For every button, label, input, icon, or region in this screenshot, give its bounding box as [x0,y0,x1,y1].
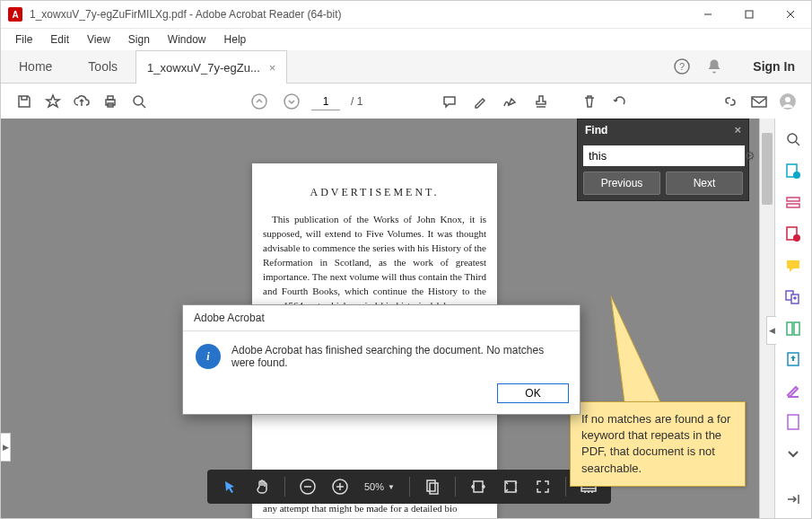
fit-visible-icon[interactable] [497,473,524,500]
floating-toolbar: 50%▼ [207,470,611,504]
svg-line-10 [142,104,145,108]
close-window-button[interactable] [770,1,811,28]
left-panel-toggle[interactable]: ▶ [1,433,11,462]
maximize-button[interactable] [729,1,770,28]
tabs-row: Home Tools 1_xowxuV_7y-egZu... × ? Sign … [1,50,811,84]
menu-help[interactable]: Help [215,31,256,48]
tab-close-icon[interactable]: × [269,61,276,75]
search-icon[interactable] [127,89,152,114]
menu-file[interactable]: File [6,31,41,48]
svg-text:+: + [795,172,799,179]
svg-rect-36 [787,198,799,201]
app-window: A 1_xowxuV_7y-egZuFirMILXg.pdf - Adobe A… [0,0,812,519]
svg-rect-44 [794,322,799,335]
find-title: Find [585,124,607,136]
svg-rect-47 [788,415,799,429]
main-toolbar: / 1 [1,84,811,120]
combine-icon[interactable] [783,289,803,306]
comment-icon[interactable] [437,89,462,114]
help-icon[interactable]: ? [674,58,690,75]
minimize-button[interactable] [687,1,729,28]
zoom-in-icon[interactable] [327,473,354,500]
info-icon: i [196,344,221,369]
menu-view[interactable]: View [78,31,119,48]
svg-rect-13 [752,97,766,107]
hand-tool-icon[interactable] [249,473,275,500]
compress-icon[interactable] [783,351,803,368]
cursor-tool-icon[interactable] [216,473,243,500]
trash-icon[interactable] [577,89,602,114]
more-tools-icon[interactable] [783,445,803,462]
callout-tail [598,296,669,413]
page-heading: ADVERTISEMENT. [263,185,486,200]
find-settings-icon[interactable]: ⚙ [745,149,755,163]
page-total: / 1 [351,95,362,108]
svg-rect-22 [427,480,435,491]
svg-rect-43 [787,322,792,335]
star-icon[interactable] [40,89,65,114]
profile-icon[interactable] [775,89,800,114]
dialog-ok-button[interactable]: OK [497,383,569,403]
svg-rect-7 [108,96,113,100]
svg-rect-37 [787,204,799,207]
find-next-button[interactable]: Next [666,172,743,195]
svg-text:+: + [795,235,799,242]
tab-tools[interactable]: Tools [70,50,135,83]
menu-sign[interactable]: Sign [119,31,159,48]
svg-rect-1 [746,11,753,18]
comment-tool-icon[interactable] [783,258,803,275]
scrollbar-thumb[interactable] [762,133,773,205]
fullscreen-icon[interactable] [529,473,556,500]
dialog-message: Adobe Acrobat has finished searching the… [231,344,567,369]
print-icon[interactable] [98,89,123,114]
svg-text:?: ? [679,61,685,72]
svg-point-31 [788,134,797,143]
tab-home[interactable]: Home [1,50,70,83]
find-input[interactable] [583,145,745,166]
find-panel: Find × ⚙ Previous Next [577,119,749,201]
page-number-input[interactable] [311,93,340,110]
titlebar: A 1_xowxuV_7y-egZuFirMILXg.pdf - Adobe A… [1,1,811,29]
svg-point-9 [134,96,143,105]
svg-line-32 [796,142,799,145]
search-complete-dialog: Adobe Acrobat i Adobe Acrobat has finish… [182,304,581,415]
export-pdf-icon[interactable]: + [783,163,803,180]
window-title: 1_xowxuV_7y-egZuFirMILXg.pdf - Adobe Acr… [30,8,687,21]
search-right-icon[interactable] [783,131,803,148]
svg-rect-24 [474,481,483,492]
cloud-upload-icon[interactable] [69,89,94,114]
edit-pdf-icon[interactable] [783,195,803,212]
highlight-icon[interactable] [467,89,493,114]
rotate-icon[interactable] [607,89,633,114]
page-down-icon[interactable] [279,89,304,114]
bell-icon[interactable] [706,58,722,75]
app-icon: A [8,7,22,22]
right-panel-toggle[interactable]: ◀ [766,316,776,345]
page-up-icon[interactable] [247,89,272,114]
find-close-icon[interactable]: × [734,123,741,136]
menu-bar: File Edit View Sign Window Help [1,29,811,50]
sign-tool-icon[interactable] [783,382,803,399]
save-icon[interactable] [12,89,37,114]
menu-window[interactable]: Window [159,31,215,48]
tab-document[interactable]: 1_xowxuV_7y-egZu... × [135,50,287,84]
panel-collapse-icon[interactable] [783,491,803,508]
fit-page-icon[interactable] [419,473,446,500]
signature-icon[interactable] [498,89,523,114]
find-previous-button[interactable]: Previous [583,172,660,195]
svg-marker-16 [611,296,660,402]
sign-in-button[interactable]: Sign In [737,50,811,83]
dialog-title: Adobe Acrobat [183,305,580,331]
zoom-level[interactable]: 50%▼ [359,481,400,492]
menu-edit[interactable]: Edit [41,31,78,48]
fit-width-icon[interactable] [465,473,492,500]
organize-icon[interactable] [783,320,803,337]
zoom-out-icon[interactable] [294,473,321,500]
mail-icon[interactable] [747,89,772,114]
stamp-icon[interactable] [528,89,554,114]
svg-rect-23 [430,483,438,494]
svg-point-15 [785,97,790,102]
create-pdf-icon[interactable]: + [783,225,803,243]
link-icon[interactable] [718,89,743,114]
convert-icon[interactable] [783,413,803,431]
